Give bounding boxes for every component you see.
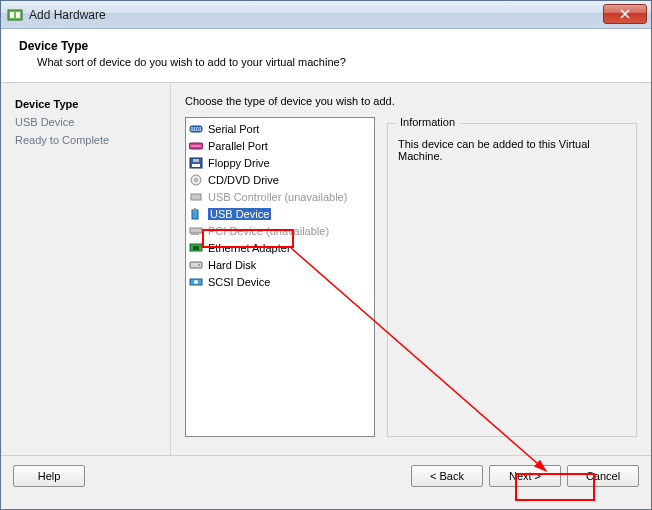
window-title: Add Hardware — [29, 8, 106, 22]
next-button[interactable]: Next > — [489, 465, 561, 487]
help-button[interactable]: Help — [13, 465, 85, 487]
svg-rect-17 — [192, 210, 198, 219]
scsi-icon — [188, 275, 204, 289]
titlebar: Add Hardware — [1, 1, 651, 29]
device-ethernet-adapter[interactable]: Ethernet Adapter — [186, 239, 374, 256]
device-usb-controller: USB Controller (unavailable) — [186, 188, 374, 205]
svg-point-6 — [191, 145, 192, 146]
cd-icon — [188, 173, 204, 187]
header-title: Device Type — [19, 39, 633, 53]
svg-point-26 — [194, 280, 198, 284]
step-list: Device Type USB Device Ready to Complete — [1, 83, 171, 455]
svg-rect-19 — [190, 228, 202, 233]
serial-port-icon: 0101 — [188, 122, 204, 136]
wizard-body: Device Type USB Device Ready to Complete… — [1, 83, 651, 455]
close-button[interactable] — [603, 4, 647, 24]
svg-rect-18 — [194, 208, 196, 211]
svg-rect-1 — [10, 12, 14, 18]
parallel-port-icon — [188, 139, 204, 153]
device-pci-device: PCI Device (unavailable) — [186, 222, 374, 239]
app-icon — [7, 7, 23, 23]
usb-controller-icon — [188, 190, 204, 204]
pci-icon — [188, 224, 204, 238]
information-panel: Information This device can be added to … — [387, 123, 637, 437]
svg-point-10 — [199, 145, 200, 146]
back-button[interactable]: < Back — [411, 465, 483, 487]
floppy-icon — [188, 156, 204, 170]
svg-rect-13 — [192, 164, 200, 167]
device-list[interactable]: 0101 Serial Port Parallel Port Floppy Dr… — [185, 117, 375, 437]
svg-rect-22 — [193, 246, 199, 250]
svg-rect-20 — [191, 233, 199, 235]
information-text: This device can be added to this Virtual… — [398, 138, 626, 162]
svg-rect-16 — [191, 194, 201, 200]
device-scsi-device[interactable]: SCSI Device — [186, 273, 374, 290]
ethernet-icon — [188, 241, 204, 255]
svg-point-8 — [195, 145, 196, 146]
step-ready-complete: Ready to Complete — [15, 131, 162, 149]
svg-point-24 — [198, 264, 200, 266]
step-device-type[interactable]: Device Type — [15, 95, 162, 113]
step-usb-device: USB Device — [15, 113, 162, 131]
svg-point-15 — [195, 178, 198, 181]
svg-text:0101: 0101 — [190, 126, 201, 132]
usb-device-icon — [188, 207, 204, 221]
add-hardware-dialog: Add Hardware Device Type What sort of de… — [0, 0, 652, 510]
wizard-header: Device Type What sort of device do you w… — [1, 29, 651, 83]
header-subtitle: What sort of device do you wish to add t… — [37, 56, 633, 68]
button-bar: Help < Back Next > Cancel — [1, 455, 651, 495]
device-serial-port[interactable]: 0101 Serial Port — [186, 120, 374, 137]
content-pane: Choose the type of device you wish to ad… — [171, 83, 651, 455]
device-cd-dvd-drive[interactable]: CD/DVD Drive — [186, 171, 374, 188]
svg-point-7 — [193, 145, 194, 146]
svg-rect-12 — [193, 159, 199, 162]
device-hard-disk[interactable]: Hard Disk — [186, 256, 374, 273]
svg-rect-23 — [190, 262, 202, 268]
instruction-text: Choose the type of device you wish to ad… — [185, 95, 637, 107]
svg-rect-2 — [16, 12, 20, 18]
svg-point-9 — [197, 145, 198, 146]
device-parallel-port[interactable]: Parallel Port — [186, 137, 374, 154]
device-usb-device[interactable]: USB Device — [186, 205, 374, 222]
cancel-button[interactable]: Cancel — [567, 465, 639, 487]
information-legend: Information — [396, 116, 459, 128]
device-floppy-drive[interactable]: Floppy Drive — [186, 154, 374, 171]
hard-disk-icon — [188, 258, 204, 272]
